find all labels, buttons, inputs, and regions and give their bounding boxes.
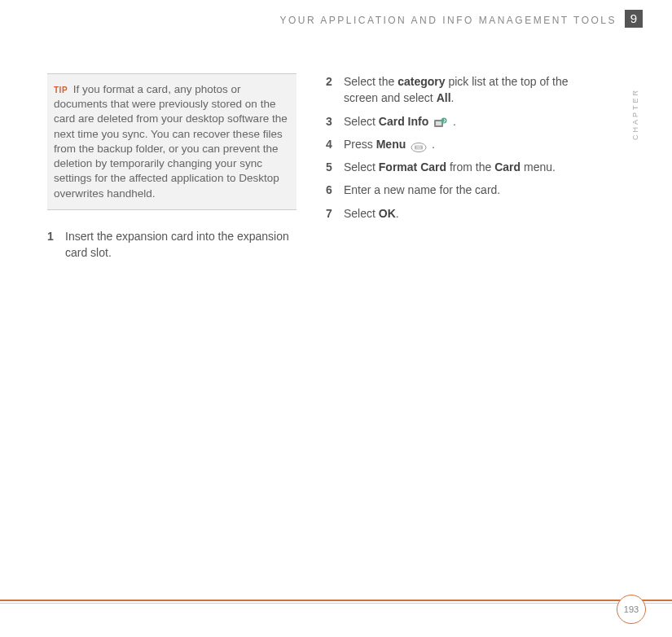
footer-rule xyxy=(0,600,672,601)
step-text: Select Format Card from the Card menu. xyxy=(344,159,556,175)
step-text: Insert the expansion card into the expan… xyxy=(65,228,296,261)
right-column: 2Select the category pick list at the to… xyxy=(326,73,575,267)
content-columns: TIP If you format a card, any photos or … xyxy=(47,73,575,267)
step: 3Select Card Info . xyxy=(326,113,575,130)
step-number: 7 xyxy=(326,205,344,222)
step-number: 6 xyxy=(326,182,344,198)
page-number: 193 xyxy=(617,595,646,624)
step-number: 4 xyxy=(326,136,344,152)
step-text: Select Card Info . xyxy=(344,113,456,130)
svg-rect-4 xyxy=(415,146,423,150)
step-number: 5 xyxy=(326,159,344,175)
chapter-number-badge: 9 xyxy=(625,10,643,28)
step: 1Insert the expansion card into the expa… xyxy=(47,228,296,261)
tip-box: TIP If you format a card, any photos or … xyxy=(47,73,296,210)
menu-icon xyxy=(411,140,427,150)
step-text: Select OK. xyxy=(344,205,399,222)
card-info-icon xyxy=(433,116,448,128)
chapter-vertical-label: CHAPTER xyxy=(631,88,639,140)
tip-label: TIP xyxy=(54,86,68,94)
step: 4Press Menu . xyxy=(326,136,575,152)
step: 7Select OK. xyxy=(326,205,575,222)
svg-rect-1 xyxy=(436,121,441,125)
step-number: 3 xyxy=(326,113,344,130)
header-title: YOUR APPLICATION AND INFO MANAGEMENT TOO… xyxy=(279,15,617,26)
step: 2Select the category pick list at the to… xyxy=(326,73,575,107)
step-text: Select the category pick list at the top… xyxy=(344,73,575,107)
step-number: 1 xyxy=(47,228,65,261)
tip-text: If you format a card, any photos or docu… xyxy=(54,83,288,200)
step: 5Select Format Card from the Card menu. xyxy=(326,159,575,175)
step-text: Press Menu . xyxy=(344,136,435,152)
step-number: 2 xyxy=(326,73,344,107)
left-column: TIP If you format a card, any photos or … xyxy=(47,73,296,267)
step: 6Enter a new name for the card. xyxy=(326,182,575,198)
step-text: Enter a new name for the card. xyxy=(344,182,500,198)
